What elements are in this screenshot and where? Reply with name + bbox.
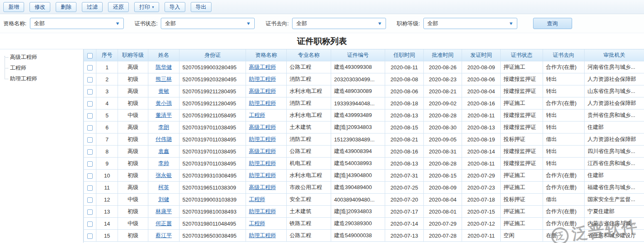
- qualification-name-link[interactable]: 工程师: [249, 220, 265, 226]
- row-checkbox[interactable]: [87, 185, 93, 191]
- qualification-name-link[interactable]: 助理工程师: [249, 100, 276, 106]
- row-checkbox[interactable]: [87, 137, 93, 143]
- toolbar-button-edit[interactable]: 修改: [29, 2, 50, 12]
- table-row[interactable]: 6高级李朗520703197011038495高级工程师土木建筑建[造]2093…: [84, 122, 644, 134]
- table-row[interactable]: 2初级熊三林520705199203280495助理工程师消防工程2032030…: [84, 73, 644, 85]
- filter-select-certificate-destination[interactable]: 全部 ▼: [292, 18, 386, 29]
- query-button[interactable]: 查询: [533, 18, 572, 29]
- filter-select-certificate-status[interactable]: 全部 ▼: [161, 18, 255, 29]
- select-all-checkbox[interactable]: [87, 53, 93, 58]
- row-checkbox[interactable]: [87, 101, 93, 107]
- cell-title-level: 初级: [118, 134, 148, 146]
- table-row[interactable]: 13初级林康平520703199810038493助理工程师土木建筑建[造]20…: [84, 206, 644, 218]
- column-header-approval-date[interactable]: 批准时间: [424, 49, 462, 61]
- name-link[interactable]: 袁鑫: [158, 148, 169, 154]
- column-header-seq[interactable]: 序号: [96, 49, 118, 61]
- row-checkbox[interactable]: [87, 113, 93, 119]
- column-header-title-level[interactable]: 职称等级: [118, 49, 148, 61]
- toolbar-button-print[interactable]: 打印▾: [134, 2, 159, 12]
- row-checkbox[interactable]: [87, 89, 93, 95]
- toolbar-button-delete[interactable]: 删除: [56, 2, 76, 12]
- table-row[interactable]: 9初级李帅520703197011038495助理工程师机电工程建造540038…: [84, 158, 644, 170]
- page-title: 证件职称列表: [297, 36, 347, 47]
- name-link[interactable]: 董清平: [156, 112, 172, 118]
- name-link[interactable]: 张永银: [156, 172, 172, 178]
- table-row[interactable]: 1高级陈华健520705199003280495高级工程师公路工程建造49309…: [84, 61, 644, 73]
- column-header-certificate-no[interactable]: 证件编号: [331, 49, 385, 61]
- table-row[interactable]: 11高级柯英520703196511038309高级工程师市政公用工程建造390…: [84, 182, 644, 194]
- name-link[interactable]: 刘健: [158, 196, 169, 202]
- toolbar-button-export[interactable]: 导出: [191, 2, 211, 12]
- filter-select-qualification-name[interactable]: 全部 ▼: [30, 18, 124, 29]
- column-header-qualification-name[interactable]: 资格名称: [246, 49, 287, 61]
- name-link[interactable]: 柯英: [158, 184, 169, 190]
- toolbar-button-filter[interactable]: 过滤: [82, 2, 103, 12]
- table-row[interactable]: 3高级黄敏520705199211280495高级工程师水利水电工程建造4890…: [84, 85, 644, 97]
- name-link[interactable]: 熊三林: [156, 76, 172, 82]
- qualification-name-link[interactable]: 助理工程师: [249, 136, 276, 142]
- cell-issue-date: 2020-08-13: [462, 122, 501, 134]
- tree-item-senior-engineer[interactable]: 高级工程师: [2, 52, 83, 63]
- qualification-name-link[interactable]: 助理工程师: [249, 208, 276, 214]
- row-checkbox[interactable]: [87, 233, 93, 239]
- row-checkbox[interactable]: [87, 65, 93, 70]
- cell-issue-date: 2020-07-12: [462, 218, 501, 230]
- qualification-name-link[interactable]: 助理工程师: [249, 160, 276, 166]
- toolbar-button-add[interactable]: 新增: [3, 2, 24, 12]
- cell-certificate-destination: 合作方(在册): [543, 218, 585, 230]
- cell-certificate-status: 押证施工: [501, 218, 543, 230]
- qualification-name-link[interactable]: 助理工程师: [249, 172, 276, 178]
- cell-seq: 4: [96, 97, 118, 109]
- qualification-name-link[interactable]: 助理工程师: [249, 232, 276, 238]
- name-link[interactable]: 付伟璐: [156, 136, 172, 142]
- name-link[interactable]: 何正茵: [156, 220, 172, 226]
- qualification-name-link[interactable]: 高级工程师: [249, 184, 276, 190]
- name-link[interactable]: 陈华健: [156, 64, 172, 70]
- row-checkbox[interactable]: [87, 125, 93, 131]
- table-row[interactable]: 5中级董清平520705199211058495工程师水利水电工程建造43999…: [84, 109, 644, 122]
- column-header-issue-date[interactable]: 发证时间: [462, 49, 501, 61]
- name-link[interactable]: 黄小强: [156, 100, 172, 106]
- tree-item-engineer[interactable]: 工程师: [2, 63, 83, 73]
- qualification-name-link[interactable]: 高级工程师: [249, 124, 276, 130]
- name-link[interactable]: 李朗: [158, 124, 169, 130]
- cell-seq: 10: [96, 170, 118, 182]
- table-row[interactable]: 10初级张永银520703199310308495助理工程师水利水电工程建[造]…: [84, 170, 644, 182]
- filter-select-title-level[interactable]: 全部 ▼: [423, 18, 517, 29]
- column-header-certificate-status[interactable]: 证书状态: [501, 49, 543, 61]
- table-row[interactable]: 4初级黄小强520705199211280495助理工程师消防工程1933939…: [84, 97, 644, 109]
- qualification-name-link[interactable]: 高级工程师: [249, 88, 276, 94]
- row-checkbox[interactable]: [87, 161, 93, 167]
- name-link[interactable]: 林康平: [156, 208, 172, 214]
- row-checkbox[interactable]: [87, 197, 93, 203]
- table-row[interactable]: 8高级袁鑫520703197011038495高级工程师公路工程建造439008…: [84, 146, 644, 158]
- row-checkbox[interactable]: [87, 77, 93, 83]
- row-checkbox[interactable]: [87, 209, 93, 215]
- table-row[interactable]: 7初级付伟璐520703197011038495助理工程师消防工程1512390…: [84, 134, 644, 146]
- cell-approval-date: 2020-08-09: [424, 182, 462, 194]
- table-row[interactable]: 15初级蔡江平520703196503038495助理工程师公路工程建造5490…: [84, 230, 644, 242]
- row-checkbox[interactable]: [87, 221, 93, 227]
- row-checkbox[interactable]: [87, 149, 93, 155]
- table-row[interactable]: 12中级刘健520703199003103839工程师安全工程400389409…: [84, 194, 644, 206]
- qualification-name-link[interactable]: 高级工程师: [249, 148, 276, 154]
- toolbar-button-restore[interactable]: 还原: [108, 2, 129, 12]
- name-link[interactable]: 蔡江平: [156, 232, 172, 238]
- name-link[interactable]: 李帅: [158, 160, 169, 166]
- column-header-name[interactable]: 姓名: [148, 49, 179, 61]
- qualification-name-link[interactable]: 工程师: [249, 196, 265, 202]
- name-link[interactable]: 黄敏: [158, 88, 169, 94]
- column-header-approval-authority[interactable]: 审批机关: [585, 49, 644, 61]
- column-header-certificate-destination[interactable]: 证书去向: [543, 49, 585, 61]
- qualification-name-link[interactable]: 助理工程师: [249, 76, 276, 82]
- column-header-major-name[interactable]: 专业名称: [287, 49, 331, 61]
- qualification-name-link[interactable]: 工程师: [249, 112, 265, 118]
- column-header-appointment-date[interactable]: 任职时间: [385, 49, 424, 61]
- column-header-id-number[interactable]: 身份证: [179, 49, 246, 61]
- toolbar-button-import[interactable]: 导入: [165, 2, 185, 12]
- table-row[interactable]: 14中级何正茵520703198011048495工程师铁路工程建造290389…: [84, 218, 644, 230]
- cell-approval-date: 2020-07-29: [424, 218, 462, 230]
- tree-item-assistant-engineer[interactable]: 助理工程师: [2, 73, 83, 84]
- qualification-name-link[interactable]: 高级工程师: [249, 64, 276, 70]
- row-checkbox[interactable]: [87, 173, 93, 179]
